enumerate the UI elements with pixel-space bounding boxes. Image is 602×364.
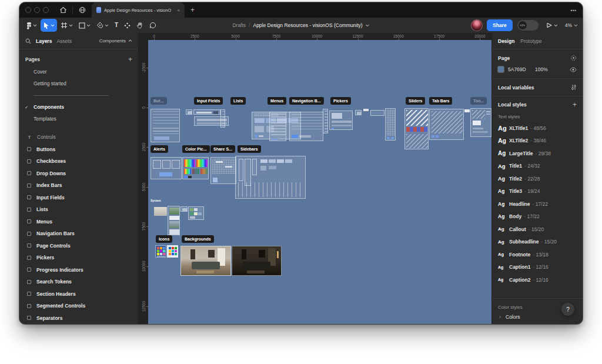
title-chevron-icon[interactable]	[366, 24, 370, 27]
page-color-swatch[interactable]	[498, 66, 504, 72]
help-button[interactable]: ?	[561, 303, 574, 316]
text-style-subheadline[interactable]: AgSubheadline· 15/20	[492, 236, 583, 249]
canvas-frame-sidebars[interactable]	[235, 156, 306, 199]
section-label-tab-bars[interactable]: Tab Bars	[429, 97, 452, 105]
section-label-menus[interactable]: Menus	[267, 97, 286, 105]
page-item-getting-started[interactable]: Getting started	[19, 78, 138, 89]
breadcrumb-drafts[interactable]: Drafts	[232, 22, 246, 28]
avatar[interactable]	[471, 20, 482, 31]
page-picker[interactable]: Components	[99, 38, 132, 44]
page-color-opacity[interactable]: 100%	[535, 66, 548, 72]
canvas-frame-icons-sheet-a[interactable]	[155, 245, 166, 258]
text-style-title3[interactable]: AgTitle3· 19/24	[492, 185, 583, 198]
minimize-window-icon[interactable]	[34, 7, 40, 13]
present-button[interactable]	[543, 19, 560, 32]
add-style-button[interactable]: +	[573, 101, 577, 108]
text-style-body[interactable]: AgBody· 17/22	[492, 211, 583, 223]
tab-assets[interactable]: Assets	[56, 38, 72, 44]
section-label-navigation-bars[interactable]: Navigation B...	[289, 97, 324, 105]
add-page-button[interactable]: +	[128, 56, 132, 63]
layer-item-page-controls[interactable]: Page Controls	[19, 240, 138, 252]
shape-tool-button[interactable]	[76, 19, 93, 32]
system-group-label[interactable]: System	[150, 199, 161, 202]
section-label-share-sheets[interactable]: Share S...	[210, 145, 235, 153]
zoom-menu[interactable]: 4%	[565, 22, 578, 28]
actions-tool-button[interactable]	[122, 19, 133, 32]
layer-item-drop-downs[interactable]: Drop Downs	[19, 168, 138, 180]
section-label-alerts[interactable]: Alerts	[150, 145, 168, 153]
section-label-toolbars[interactable]: Too...	[470, 97, 487, 105]
layer-item-input-fields[interactable]: Input Fields	[19, 192, 138, 204]
section-label-sidebars[interactable]: Sidebars	[238, 145, 261, 153]
canvas-frame-picker-wheel[interactable]	[385, 108, 396, 141]
text-style-callout[interactable]: AgCallout· 15/20	[492, 223, 583, 236]
move-tool-button[interactable]	[41, 19, 57, 32]
canvas-frame-system-icons[interactable]	[188, 206, 204, 220]
tab-close-icon[interactable]: ×	[177, 8, 180, 13]
text-style-footnote[interactable]: AgFootnote· 13/18	[492, 248, 583, 261]
layer-item-pickers[interactable]: Pickers	[19, 252, 138, 264]
canvas-frame-system-chip[interactable]	[180, 206, 188, 212]
page-color-row[interactable]: 5A769D 100%	[498, 66, 577, 72]
text-style-caption2[interactable]: AgCaption2· 12/16	[492, 273, 583, 286]
layer-item-lists[interactable]: Lists	[19, 203, 138, 216]
canvas-frame-input-fields[interactable]	[194, 116, 229, 126]
section-label-input-fields[interactable]: Input Fields	[194, 97, 223, 105]
canvas-frame-navigation-bars[interactable]	[289, 112, 323, 141]
canvas-frame-toolbars[interactable]	[470, 108, 491, 137]
canvas-frame-sliders[interactable]	[404, 108, 429, 149]
canvas-frame-background-photo-light[interactable]	[180, 246, 231, 276]
horizontal-ruler[interactable]: 02500500075001000012500150001750020000	[139, 33, 491, 40]
window-overflow-icon[interactable]: ⋯	[570, 7, 577, 14]
section-label-pickers[interactable]: Pickers	[330, 97, 351, 105]
canvas-frame-alerts[interactable]	[150, 157, 182, 179]
layer-item-navigation-bars[interactable]: Navigation Bars	[19, 228, 138, 240]
text-style-largetitle[interactable]: AgLargeTitle· 29/38	[492, 147, 583, 160]
layer-item-segmented-controls[interactable]: Segmented Controls	[19, 300, 138, 312]
file-title[interactable]: Apple Design Resources - visionOS (Commu…	[253, 22, 362, 28]
styles-target-icon[interactable]	[570, 55, 577, 61]
eye-icon[interactable]	[570, 67, 577, 72]
page-item-templates[interactable]: Templates	[19, 113, 138, 125]
page-color-hex[interactable]: 5A769D	[508, 66, 535, 72]
section-label-sliders[interactable]: Sliders	[406, 97, 425, 105]
share-button[interactable]: Share	[487, 19, 513, 31]
main-menu-button[interactable]	[24, 19, 39, 32]
canvas-frame-buttons[interactable]	[150, 109, 180, 142]
file-tab[interactable]: Apple Design Resources - visionO ×	[92, 2, 185, 18]
page-item-cover[interactable]: Cover	[19, 66, 138, 78]
canvas-frame-background-photo-dark[interactable]	[232, 246, 282, 276]
layer-item-index-bars[interactable]: Index Bars	[19, 179, 138, 192]
layer-item-menus[interactable]: Menus	[19, 216, 138, 228]
text-style-xltitle1[interactable]: AgXLTitle1· 48/56	[492, 122, 583, 135]
canvas-frame-pickers-strip[interactable]	[323, 109, 328, 133]
layer-item-checkboxes[interactable]: Checkboxes	[19, 155, 138, 168]
text-style-headline[interactable]: AgHeadline· 17/22	[492, 198, 583, 211]
text-style-caption1[interactable]: AgCaption1· 12/16	[492, 261, 583, 274]
section-label-backgrounds[interactable]: Backgrounds	[182, 235, 214, 243]
canvas-frame-share-sheets[interactable]	[210, 157, 236, 184]
canvas-frame-pickers[interactable]	[329, 111, 353, 130]
page-item-components[interactable]: ✓Components	[19, 101, 138, 113]
canvas-frame-tab-bars[interactable]	[429, 109, 464, 140]
hand-tool-button[interactable]	[134, 19, 146, 32]
frame-tool-button[interactable]	[58, 19, 75, 32]
canvas-frame-menus[interactable]	[269, 112, 286, 141]
canvas-frame-input-icon[interactable]	[186, 109, 192, 115]
home-icon[interactable]	[57, 4, 69, 16]
tab-prototype[interactable]: Prototype	[520, 38, 541, 44]
tab-layers[interactable]: Layers	[36, 38, 52, 44]
new-tab-button[interactable]: +	[190, 6, 195, 14]
comment-tool-button[interactable]	[147, 19, 159, 32]
canvas-frame-material-swatch[interactable]	[154, 207, 167, 216]
local-variables-row[interactable]: Local variables	[492, 79, 583, 96]
canvas-frame-picker-pill[interactable]	[363, 109, 369, 111]
window-controls[interactable]	[25, 7, 49, 13]
text-style-title2[interactable]: AgTitle2· 22/28	[492, 172, 583, 185]
canvas-frame-picker-chip[interactable]	[355, 110, 362, 115]
section-label-lists[interactable]: Lists	[230, 97, 246, 105]
layer-item-controls[interactable]: TControls	[19, 131, 138, 143]
dev-mode-toggle[interactable]: </>	[517, 20, 539, 31]
layer-item-separators[interactable]: Separators	[19, 312, 138, 325]
text-style-title1[interactable]: AgTitle1· 24/32	[492, 160, 583, 173]
